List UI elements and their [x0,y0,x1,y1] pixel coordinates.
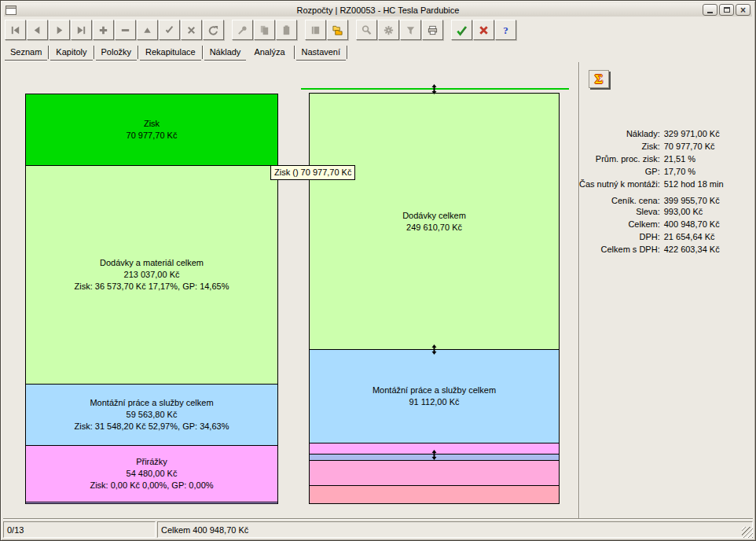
minimize-button[interactable] [703,4,717,16]
bar-segment-label: 213 037,00 Kč [124,269,180,281]
bar-segment[interactable]: Přirážky54 480,00 KčZisk: 0,00 Kč 0,00%,… [26,446,277,502]
bar-segment-label: Dodávky celkem [402,210,466,222]
resize-grip[interactable] [742,527,753,538]
tab-naklady[interactable]: Náklady [204,45,247,61]
tooltip: Zisk () 70 977,70 Kč [270,165,355,180]
summary-value: 399 955,70 Kč [664,190,724,205]
bar-segment-label: 70 977,70 Kč [127,130,178,142]
edit-button[interactable] [137,20,158,40]
prior-button[interactable] [27,20,48,40]
ok-button[interactable] [451,20,472,40]
pushpin-icon [237,24,248,36]
print-button[interactable] [422,20,443,40]
bar-segment-label: Montážní práce a služby celkem [372,385,496,396]
insert-button[interactable] [93,20,114,40]
bar-segment-small[interactable] [310,461,559,486]
settings-button[interactable] [378,20,399,40]
folders-button[interactable] [327,20,348,40]
bar-segment[interactable]: Dodávky celkem249 610,70 Kč [310,94,559,350]
cancel-button[interactable] [181,20,202,40]
search-button[interactable] [356,20,377,40]
summary-label: DPH: [579,230,664,243]
summary-value: 422 603,34 Kč [664,243,724,256]
summary-label: Celkem s DPH: [579,243,664,256]
bar-segment-label: Montážní práce a služby celkem [90,397,213,409]
summary-label: Čas nutný k montáži: [579,178,664,190]
maximize-button[interactable] [719,4,734,16]
tab-seznam[interactable]: Seznam [5,45,47,61]
summary-row: Sleva:993,00 Kč [579,205,724,218]
bar-segment-label: Přirážky [136,456,167,468]
bar-segment[interactable]: Montážní práce a služby celkem59 563,80 … [26,385,277,446]
tab-divider [294,46,295,59]
bar-segment-label: 54 480,00 Kč [127,468,178,480]
bar-segment[interactable]: Zisk70 977,70 Kč [26,94,277,166]
first-button[interactable] [5,20,26,40]
funnel-icon [405,24,417,36]
drag-handle-middle[interactable] [431,344,437,355]
record-position: 0/13 [3,521,156,538]
tab-nastaveni[interactable]: Nastavení [296,45,347,61]
status-bar: 0/13 Celkem 400 948,70 Kč [3,521,753,538]
chart-bar-costs: Zisk70 977,70 KčDodávky a materiál celke… [25,94,278,504]
summary-value: 329 971,00 Kč [664,127,724,140]
close-x-icon [478,24,490,36]
ok-check-icon [456,24,468,36]
tab-kapitoly[interactable]: Kapitoly [50,45,92,61]
tab-rekapitulace[interactable]: Rekapitulace [140,45,201,61]
status-total-label: Celkem 400 948,70 Kč [157,521,753,538]
notebook-button[interactable] [305,20,326,40]
summary-row: Zisk:70 977,70 Kč [579,140,724,153]
prior-record-icon [31,24,43,36]
paste-icon [281,24,292,36]
summary-row: Celkem:400 948,70 Kč [579,218,724,230]
chart-bar-sales: Dodávky celkem249 610,70 KčMontážní prác… [309,93,560,504]
check-icon [163,24,175,36]
summary-label: Ceník. cena: [579,190,664,205]
filter-button[interactable] [400,20,421,40]
last-record-icon [75,24,87,36]
last-button[interactable] [71,20,92,40]
window-controls: × [703,4,750,16]
refresh-icon [207,24,219,36]
bar-segment-label: 59 563,80 Kč [127,409,178,421]
bar-segment[interactable]: Dodávky a materiál celkem213 037,00 KčZi… [26,166,277,385]
bar-segment-label: Zisk: 0,00 Kč 0,00%, GP: 0,00% [90,480,213,491]
tab-polozky[interactable]: Položky [96,45,138,61]
titlebar: Rozpočty | RZ00053 - HC Tesla Pardubice … [4,3,752,17]
paste-button[interactable] [276,20,297,40]
summary-label: Zisk: [579,140,664,153]
bar-segment-small[interactable] [310,486,559,504]
summary-value: 400 948,70 Kč [664,218,724,230]
summary-value: 17,70 % [664,165,724,178]
bar-segment-label: 91 112,00 Kč [409,396,459,408]
close-button[interactable] [473,20,494,40]
sum-button[interactable]: Σ [589,70,609,88]
drag-handle-top[interactable] [431,84,437,94]
summary-label: GP: [579,165,664,178]
drag-handle-bottom[interactable] [431,450,437,460]
app-icon-detail [6,6,16,9]
tab-divider [347,46,347,59]
tab-analyza[interactable]: Analýza [246,45,292,61]
summary-value: 512 hod 18 min [664,178,724,190]
close-icon: × [740,6,746,15]
bar-segment-label: Zisk: 36 573,70 Kč 17,17%, GP: 14,65% [75,281,229,293]
summary-value: 21 654,64 Kč [664,230,724,243]
next-button[interactable] [49,20,70,40]
bar-segment-small[interactable] [26,502,277,504]
help-button[interactable]: ? [495,20,516,40]
post-button[interactable] [159,20,180,40]
triangle-up-icon [141,24,153,36]
maximize-icon [724,7,730,13]
copy-button[interactable] [254,20,275,40]
summary-row: Ceník. cena:399 955,70 Kč [579,190,724,205]
bar-segment-label: 249 610,70 Kč [406,222,462,234]
delete-button[interactable] [115,20,136,40]
bar-segment[interactable]: Montážní práce a služby celkem91 112,00 … [310,350,559,443]
close-button[interactable]: × [736,4,750,16]
next-record-icon [53,24,65,36]
refresh-button[interactable] [203,20,224,40]
bar-segment-label: Dodávky a materiál celkem [100,257,204,269]
pin-button[interactable] [232,20,253,40]
